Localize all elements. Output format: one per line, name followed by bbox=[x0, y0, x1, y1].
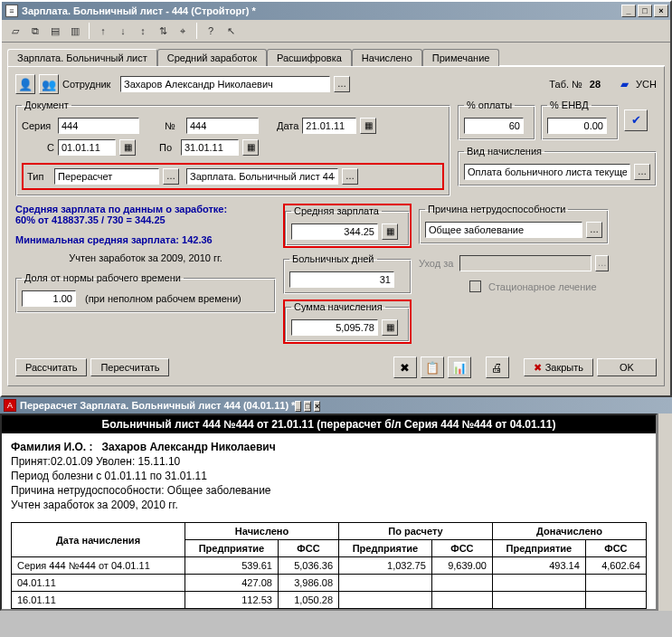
report-minimize-button[interactable]: _ bbox=[295, 401, 301, 412]
paypct-field[interactable] bbox=[464, 118, 524, 134]
cause-field[interactable] bbox=[425, 222, 582, 238]
employee-list-icon[interactable]: 👥 bbox=[39, 74, 59, 94]
type-lookup-button[interactable]: … bbox=[163, 168, 179, 185]
no-field[interactable] bbox=[186, 118, 259, 134]
ref-doc-field[interactable] bbox=[186, 168, 338, 185]
col-date: Дата начисления bbox=[12, 523, 185, 557]
no-label: № bbox=[165, 120, 183, 131]
apply-check-button[interactable]: ✔ bbox=[624, 109, 648, 131]
ref-doc-lookup-button[interactable]: … bbox=[342, 168, 358, 185]
to-label: По bbox=[159, 142, 177, 153]
to-field[interactable] bbox=[181, 139, 239, 156]
window-title: Зарплата. Больничный лист - 444 (Стройто… bbox=[22, 5, 621, 16]
share-field[interactable] bbox=[22, 290, 76, 307]
kind-lookup-button[interactable]: … bbox=[634, 164, 650, 180]
recalc-button[interactable]: Пересчитать bbox=[90, 358, 169, 376]
minimize-button[interactable]: _ bbox=[621, 5, 636, 17]
chart-icon-button[interactable]: 📊 bbox=[448, 357, 471, 378]
from-field[interactable] bbox=[58, 139, 116, 156]
days-field[interactable] bbox=[289, 271, 394, 288]
employee-lookup-button[interactable]: … bbox=[334, 76, 350, 92]
main-titlebar: ≡ Зарплата. Больничный лист - 444 (Строй… bbox=[2, 2, 670, 20]
stationary-label: Стационарное лечение bbox=[488, 281, 597, 292]
kind-field[interactable] bbox=[464, 164, 630, 180]
sub-fss-1: ФСС bbox=[278, 540, 338, 557]
min-salary-text: Минимальная средняя зарплата: 142.36 bbox=[15, 234, 276, 245]
sub-fss-3: ФСС bbox=[585, 540, 646, 557]
report-title: Перерасчет Зарплата. Больничный лист 444… bbox=[20, 400, 295, 411]
share-legend: Доля от нормы рабочего времени bbox=[22, 272, 184, 283]
tab-avgearn[interactable]: Средний заработок bbox=[157, 49, 267, 66]
calc-button[interactable]: Рассчитать bbox=[15, 358, 87, 376]
tabno-label: Таб. № bbox=[549, 79, 582, 90]
toolbar: ▱ ⧉ ▤ ▥ ↑ ↓ ↕ ⇅ ⌖ ? ↖ bbox=[2, 20, 670, 43]
paypct-legend: % оплаты bbox=[464, 100, 515, 110]
report-table: Дата начисления Начислено По расчету Дон… bbox=[11, 522, 647, 609]
employee-card-icon[interactable]: 👤 bbox=[15, 74, 35, 94]
sum-calc-button[interactable]: ▦ bbox=[382, 319, 398, 336]
report-icon-button[interactable]: 📋 bbox=[421, 357, 444, 378]
care-field bbox=[459, 255, 592, 271]
tab-breakdown[interactable]: Расшифровка bbox=[267, 49, 352, 66]
tb-cursor-icon[interactable]: ↖ bbox=[222, 23, 239, 39]
cause-legend: Причина нетрудоспособности bbox=[425, 204, 568, 214]
tab-row: Зарплата. Больничный лист Средний зарабо… bbox=[7, 48, 665, 66]
envd-field[interactable] bbox=[547, 118, 607, 134]
close-button[interactable]: × bbox=[654, 5, 668, 17]
doc-legend: Документ bbox=[22, 100, 71, 110]
employee-field[interactable] bbox=[120, 76, 330, 92]
to-picker-button[interactable]: ▦ bbox=[242, 139, 259, 156]
date-picker-button[interactable]: ▦ bbox=[360, 118, 376, 134]
stationary-checkbox bbox=[469, 280, 481, 292]
series-label: Серия bbox=[22, 120, 54, 131]
calc-text-1: Средняя зарплата по данным о заработке: bbox=[15, 204, 276, 214]
report-scrollbar[interactable] bbox=[658, 414, 672, 611]
tb-down-icon[interactable]: ↓ bbox=[115, 23, 131, 39]
close-form-button[interactable]: ✖Закрыть bbox=[524, 358, 593, 376]
tab-note[interactable]: Примечание bbox=[422, 49, 500, 66]
type-field[interactable] bbox=[54, 168, 159, 185]
care-label: Уход за bbox=[419, 258, 456, 269]
maximize-button[interactable]: □ bbox=[638, 5, 652, 17]
report-app-icon: A bbox=[4, 399, 16, 412]
date-field[interactable] bbox=[302, 118, 356, 134]
cause-lookup-button[interactable]: … bbox=[586, 222, 602, 238]
avg-calc-button[interactable]: ▦ bbox=[382, 223, 398, 240]
earned-period: Учтен заработок за 2009, 2010 гг. bbox=[11, 499, 647, 511]
report-close-button[interactable]: × bbox=[314, 401, 320, 412]
col-bycalc: По расчету bbox=[339, 523, 493, 540]
table-row: 16.01.11112.531,050.28 bbox=[12, 592, 647, 609]
type-label: Тип bbox=[27, 171, 51, 182]
fio-label: Фамилия И.О. : bbox=[11, 441, 92, 453]
days-legend: Больничных дней bbox=[289, 253, 377, 264]
tab-sickdoc[interactable]: Зарплата. Больничный лист bbox=[7, 49, 157, 66]
from-picker-button[interactable]: ▦ bbox=[119, 139, 136, 156]
tb-sort-icon[interactable]: ↕ bbox=[135, 23, 151, 39]
tools-icon-button[interactable]: ✖ bbox=[393, 357, 417, 378]
col-accrued: Начислено bbox=[185, 523, 339, 540]
calc-text-2: 60% от 418837.35 / 730 = 344.25 bbox=[15, 214, 276, 225]
tb-help-icon[interactable]: ? bbox=[203, 23, 219, 39]
share-note: (при неполном рабочем времени) bbox=[85, 293, 241, 304]
tb-up-icon[interactable]: ↑ bbox=[95, 23, 111, 39]
tab-accrued[interactable]: Начислено bbox=[352, 49, 422, 66]
print-icon-button[interactable]: 🖨 bbox=[486, 357, 509, 378]
illness-cause: Причина нетрудоспособности: Общее заболе… bbox=[11, 484, 647, 497]
report-maximize-button[interactable]: □ bbox=[304, 401, 310, 412]
tb-filter-icon[interactable]: ⇅ bbox=[155, 23, 171, 39]
flag-icon: ▰ bbox=[620, 78, 629, 90]
ok-button[interactable]: OK bbox=[597, 358, 657, 376]
sum-field[interactable] bbox=[291, 319, 378, 336]
series-field[interactable] bbox=[58, 118, 139, 134]
tb-tool-icon[interactable]: ⌖ bbox=[175, 23, 191, 39]
illness-period: Период болезни с 01.01.11 по 31.01.11 bbox=[11, 470, 647, 482]
care-lookup-button: … bbox=[595, 255, 609, 271]
tb-save-icon[interactable]: ▤ bbox=[47, 23, 63, 39]
avg-field[interactable] bbox=[291, 223, 378, 240]
tb-copy-icon[interactable]: ⧉ bbox=[27, 23, 43, 39]
tb-attach-icon[interactable]: ▥ bbox=[67, 23, 83, 39]
employee-label: Сотрудник bbox=[62, 79, 117, 90]
sub-fss-2: ФСС bbox=[431, 540, 492, 557]
tabno-value: 28 bbox=[590, 79, 601, 90]
tb-new-icon[interactable]: ▱ bbox=[7, 23, 24, 39]
